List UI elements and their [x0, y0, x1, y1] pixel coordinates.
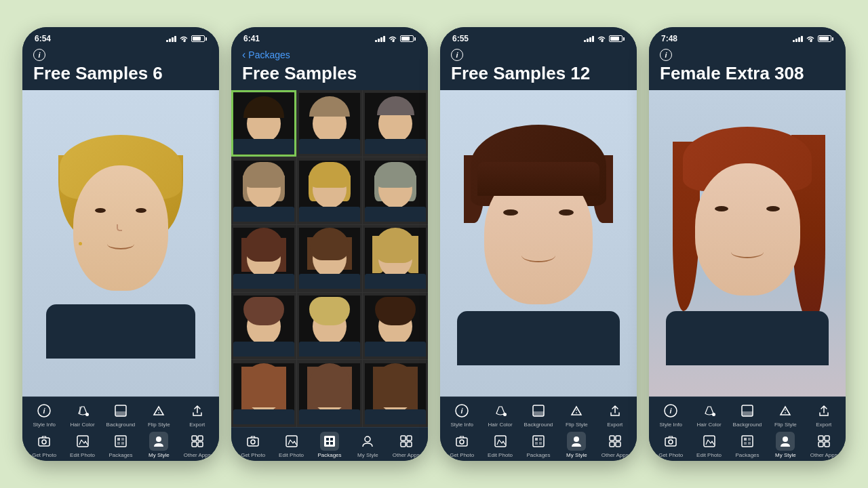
- svg-rect-17: [192, 436, 197, 441]
- my-style-btn-1[interactable]: My Style: [144, 432, 174, 458]
- edit-photo-btn-1[interactable]: Edit Photo: [68, 432, 98, 458]
- background-btn-3[interactable]: Background: [524, 401, 553, 428]
- svg-text:i: i: [43, 407, 46, 415]
- get-photo-btn-4[interactable]: Get Photo: [656, 432, 686, 458]
- hair-color-btn-3[interactable]: Hair Color: [486, 401, 515, 428]
- get-photo-label-2: Get Photo: [241, 452, 265, 458]
- other-apps-btn-2[interactable]: Other Apps: [391, 432, 421, 458]
- status-icons-2: [375, 35, 416, 42]
- my-style-btn-3[interactable]: My Style: [561, 432, 591, 458]
- grid-item-2[interactable]: 2: [297, 90, 362, 157]
- svg-rect-41: [456, 438, 467, 446]
- other-apps-label-1: Other Apps: [184, 452, 211, 458]
- grid-item-12[interactable]: 12: [363, 293, 428, 360]
- packages-btn-2[interactable]: Packages: [315, 432, 344, 458]
- svg-point-69: [783, 436, 788, 442]
- hair-color-btn-1[interactable]: Hair Color: [68, 401, 98, 428]
- svg-rect-12: [117, 438, 120, 441]
- camera-icon-4: [661, 432, 680, 451]
- grid-item-3[interactable]: 3: [363, 90, 428, 157]
- get-photo-btn-1[interactable]: Get Photo: [29, 432, 59, 458]
- phone-2: 6:41 ‹ Packages Free Samples: [231, 27, 428, 461]
- svg-rect-67: [744, 442, 747, 445]
- export-label-1: Export: [189, 422, 205, 428]
- svg-rect-25: [326, 438, 329, 441]
- hair-color-btn-4[interactable]: Hair Color: [694, 401, 724, 428]
- content-4: [649, 90, 846, 396]
- get-photo-btn-3[interactable]: Get Photo: [447, 432, 477, 458]
- info-tool-icon-1: i: [35, 401, 54, 420]
- background-label-4: Background: [733, 422, 762, 428]
- flip-style-btn-4[interactable]: Flip Style: [770, 401, 800, 428]
- other-apps-btn-4[interactable]: Other Apps: [809, 432, 839, 458]
- svg-rect-71: [825, 436, 829, 441]
- svg-rect-21: [248, 438, 258, 446]
- status-icons-4: [793, 35, 833, 42]
- edit-photo-btn-3[interactable]: Edit Photo: [486, 432, 515, 458]
- my-style-label-1: My Style: [149, 452, 170, 458]
- my-style-btn-4[interactable]: My Style: [770, 432, 800, 458]
- export-label-3: Export: [607, 422, 623, 428]
- flip-style-btn-1[interactable]: Flip Style: [144, 401, 174, 428]
- grid-item-15[interactable]: 15: [363, 360, 428, 427]
- svg-rect-13: [121, 438, 124, 441]
- info-tool-icon-4: i: [661, 401, 680, 420]
- export-btn-3[interactable]: Export: [600, 401, 630, 428]
- hair-color-label-3: Hair Color: [488, 422, 513, 428]
- phone-4: 7:48 i Female Extra 308: [649, 27, 846, 461]
- edit-photo-label-2: Edit Photo: [279, 452, 304, 458]
- svg-rect-72: [818, 442, 823, 447]
- grid-item-5[interactable]: 5: [297, 157, 362, 224]
- grid-item-4[interactable]: 4: [231, 157, 296, 224]
- svg-rect-18: [198, 436, 203, 441]
- back-nav-2[interactable]: ‹ Packages: [242, 49, 417, 61]
- svg-point-42: [460, 440, 464, 444]
- wifi-icon-4: [806, 35, 815, 42]
- wifi-icon-2: [388, 35, 397, 42]
- grid-item-11[interactable]: 11: [297, 293, 362, 360]
- background-btn-1[interactable]: Background: [106, 401, 136, 428]
- grid-item-6[interactable]: 6: [363, 157, 428, 224]
- toolbar-top-4: i Style Info Hair Color Background: [649, 401, 846, 432]
- grid-item-8[interactable]: 8: [297, 225, 362, 292]
- grid-item-1[interactable]: 1: [231, 90, 296, 157]
- toolbar-1: i Style Info Hair Color Background: [22, 396, 219, 461]
- export-btn-1[interactable]: Export: [182, 401, 212, 428]
- flip-style-btn-3[interactable]: Flip Style: [561, 401, 591, 428]
- grid-item-10[interactable]: 10: [231, 293, 296, 360]
- svg-rect-73: [825, 442, 829, 447]
- grid-item-9[interactable]: 9: [363, 225, 428, 292]
- packages-btn-3[interactable]: Packages: [524, 432, 553, 458]
- content-2: 1 2 3: [231, 90, 428, 427]
- svg-text:i: i: [461, 407, 464, 415]
- other-apps-btn-1[interactable]: Other Apps: [182, 432, 212, 458]
- svg-rect-27: [326, 442, 329, 445]
- edit-photo-btn-4[interactable]: Edit Photo: [694, 432, 724, 458]
- edit-photo-btn-2[interactable]: Edit Photo: [277, 432, 307, 458]
- packages-btn-1[interactable]: Packages: [106, 432, 136, 458]
- other-apps-btn-3[interactable]: Other Apps: [600, 432, 630, 458]
- grid-item-14[interactable]: 14: [297, 360, 362, 427]
- svg-rect-47: [535, 442, 538, 445]
- background-label-3: Background: [524, 422, 553, 428]
- flip-label-3: Flip Style: [566, 422, 588, 428]
- style-info-btn-4[interactable]: i Style Info: [656, 401, 686, 428]
- style-info-btn-3[interactable]: i Style Info: [447, 401, 477, 428]
- signal-icon-1: [166, 35, 176, 42]
- svg-point-22: [251, 440, 255, 444]
- info-icon-4[interactable]: i: [660, 49, 672, 61]
- svg-rect-11: [115, 436, 126, 447]
- my-style-btn-2[interactable]: My Style: [353, 432, 382, 458]
- info-icon-3[interactable]: i: [451, 49, 463, 61]
- export-btn-4[interactable]: Export: [809, 401, 839, 428]
- other-apps-icon-2: [397, 432, 416, 451]
- info-icon-1[interactable]: i: [33, 49, 45, 61]
- camera-icon-3: [452, 432, 471, 451]
- style-info-btn-1[interactable]: i Style Info: [29, 401, 59, 428]
- background-btn-4[interactable]: Background: [732, 401, 762, 428]
- get-photo-btn-2[interactable]: Get Photo: [238, 432, 268, 458]
- grid-item-7[interactable]: 7: [231, 225, 296, 292]
- toolbar-bottom-3: Get Photo Edit Photo Packages My Style: [440, 432, 637, 458]
- grid-item-13[interactable]: 13: [231, 360, 296, 427]
- packages-btn-4[interactable]: Packages: [732, 432, 762, 458]
